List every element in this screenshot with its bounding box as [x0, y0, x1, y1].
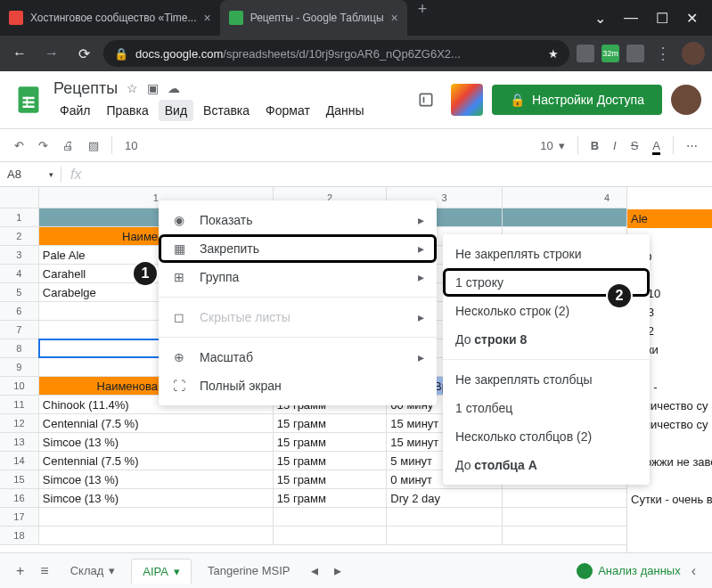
freeze-upto-row[interactable]: До строки 8 — [443, 325, 650, 354]
browser-tab-2[interactable]: Рецепты - Google Таблицы × — [220, 0, 407, 36]
freeze-multi-cols[interactable]: Несколько столбцов (2) — [443, 422, 650, 451]
zoom-select[interactable]: 10 — [121, 139, 141, 152]
maximize-icon[interactable]: ☐ — [656, 10, 668, 27]
cell[interactable]: 15 грамм — [274, 489, 388, 507]
close-icon[interactable]: ✕ — [686, 10, 698, 27]
scroll-left-button[interactable]: ◂ — [306, 557, 323, 584]
menu-freeze[interactable]: ▦ Закрепить▸ — [159, 234, 437, 263]
sheets-logo-icon[interactable] — [11, 82, 46, 118]
add-sheet-button[interactable]: + — [11, 558, 29, 584]
row-header[interactable]: 5 — [0, 283, 39, 301]
share-button[interactable]: 🔒 Настройки Доступа — [492, 85, 662, 115]
row-header[interactable]: 18 — [0, 527, 39, 544]
row-header[interactable]: 15 — [0, 470, 39, 488]
back-button[interactable]: ← — [7, 41, 32, 66]
chevron-down-icon[interactable]: ⌄ — [594, 10, 606, 27]
sheet-tab-aipa[interactable]: AIPA ▾ — [131, 559, 192, 584]
bold-button[interactable]: B — [587, 135, 602, 156]
doc-title[interactable]: Рецепты — [53, 79, 118, 98]
menu-file[interactable]: Файл — [53, 100, 96, 121]
menu-data[interactable]: Данны — [320, 100, 371, 121]
row-header[interactable]: 7 — [0, 321, 39, 339]
close-icon[interactable]: × — [391, 11, 398, 25]
row-header[interactable]: 4 — [0, 265, 39, 282]
row-header[interactable]: 13 — [0, 433, 39, 451]
user-avatar[interactable] — [671, 85, 701, 115]
row-header[interactable]: 6 — [0, 302, 39, 320]
cell[interactable] — [39, 508, 274, 526]
meet-button[interactable] — [451, 84, 483, 116]
menu-view[interactable]: Вид — [159, 100, 193, 121]
redo-button[interactable]: ↷ — [35, 135, 52, 156]
close-icon[interactable]: × — [204, 11, 211, 25]
row-header[interactable]: 12 — [0, 414, 39, 432]
row-header[interactable]: 10 — [0, 377, 39, 395]
reload-button[interactable]: ⟳ — [71, 41, 96, 66]
freeze-one-col[interactable]: 1 столбец — [443, 394, 650, 422]
extension-icon[interactable]: 32m — [602, 45, 619, 62]
minimize-icon[interactable]: — — [624, 10, 638, 27]
sheet-tab-tangerine[interactable]: Tangerine MSIP — [197, 559, 301, 583]
chevron-down-icon[interactable]: ▾ — [174, 565, 180, 578]
new-tab-button[interactable]: + — [407, 0, 438, 36]
forward-button[interactable]: → — [39, 41, 64, 66]
extension-icon[interactable] — [577, 45, 594, 62]
freeze-no-cols[interactable]: Не закреплять столбцы — [443, 365, 650, 394]
menu-scale[interactable]: ⊕ Масштаб▸ — [159, 343, 437, 372]
star-icon[interactable]: ★ — [548, 47, 559, 61]
scroll-right-button[interactable]: ▸ — [329, 557, 347, 584]
menu-insert[interactable]: Вставка — [197, 100, 256, 121]
row-header[interactable]: 2 — [0, 227, 39, 245]
cell[interactable]: 15 грамм — [274, 452, 388, 470]
url-field[interactable]: 🔒 docs.google.com/spreadsheets/d/10rj9sr… — [103, 40, 569, 67]
row-header[interactable]: 16 — [0, 489, 39, 507]
cell[interactable]: Centennial (7.5 %) — [39, 452, 274, 470]
menu-show[interactable]: ◉ Показать▸ — [159, 206, 437, 234]
row-header[interactable]: 1 — [0, 208, 39, 226]
strike-button[interactable]: S — [627, 135, 642, 156]
menu-edit[interactable]: Правка — [100, 100, 154, 121]
menu-icon[interactable]: ⋮ — [651, 44, 675, 63]
name-box[interactable]: A8▾ — [0, 167, 61, 181]
more-button[interactable]: ⋯ — [683, 135, 701, 156]
star-icon[interactable]: ☆ — [127, 81, 138, 95]
row-header[interactable]: 14 — [0, 452, 39, 470]
freeze-no-rows[interactable]: Не закреплять строки — [443, 240, 650, 268]
all-sheets-button[interactable]: ≡ — [35, 558, 53, 584]
row-header[interactable]: 11 — [0, 396, 39, 413]
chevron-down-icon[interactable]: ▾ — [109, 564, 115, 577]
cloud-icon[interactable]: ☁ — [168, 81, 180, 95]
row-header[interactable]: 8 — [0, 339, 39, 357]
cell[interactable] — [274, 527, 388, 544]
cell[interactable]: Simcoe (13 %) — [39, 489, 274, 507]
print-button[interactable]: 🖨 — [59, 135, 78, 156]
row-header[interactable]: 3 — [0, 246, 39, 264]
cell[interactable] — [387, 508, 503, 526]
side-panel-toggle[interactable]: ‹ — [686, 558, 701, 584]
cell[interactable]: 15 грамм — [274, 414, 388, 432]
freeze-upto-col[interactable]: До столбца A — [443, 451, 650, 479]
cell[interactable]: 15 грамм — [274, 470, 388, 488]
text-color-button[interactable]: A — [649, 135, 664, 156]
undo-button[interactable]: ↶ — [11, 135, 28, 156]
cell[interactable]: 15 грамм — [274, 433, 388, 451]
menu-group[interactable]: ⊞ Группа▸ — [159, 263, 437, 291]
cell[interactable]: Simcoe (13 %) — [39, 470, 274, 488]
history-icon[interactable] — [410, 84, 442, 116]
browser-tab-1[interactable]: Хостинговое сообщество «Time... × — [0, 0, 220, 36]
menu-format[interactable]: Формат — [259, 100, 316, 121]
select-all-corner[interactable] — [0, 187, 39, 208]
row-header[interactable]: 17 — [0, 508, 39, 526]
extension-icon[interactable] — [626, 45, 644, 62]
cell[interactable] — [39, 527, 274, 544]
analyze-data-button[interactable]: Анализ данных — [577, 563, 681, 579]
paint-format-button[interactable]: ▨ — [85, 135, 102, 156]
folder-icon[interactable]: ▣ — [147, 81, 159, 95]
sheet-tab-sklad[interactable]: Склад ▾ — [60, 559, 127, 583]
cell[interactable]: Centennial (7.5 %) — [39, 414, 274, 432]
italic-button[interactable]: I — [610, 135, 620, 156]
font-size-select[interactable]: 10 ▾ — [536, 139, 568, 152]
menu-fullscreen[interactable]: ⛶ Полный экран — [159, 372, 437, 400]
profile-avatar[interactable] — [682, 42, 705, 65]
cell[interactable]: Simcoe (13 %) — [39, 433, 274, 451]
